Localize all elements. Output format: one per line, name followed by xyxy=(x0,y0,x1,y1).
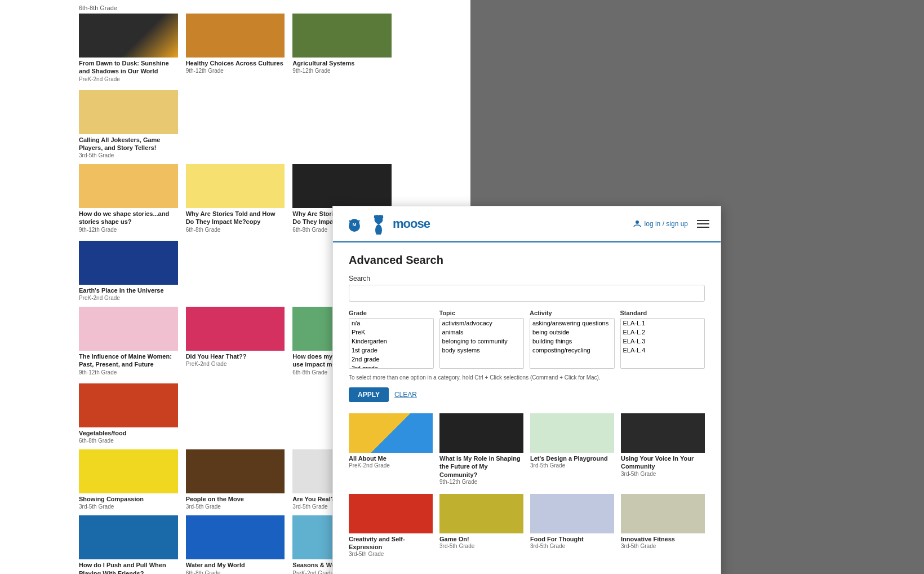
item-grade: 9th-12th Grade xyxy=(79,227,178,233)
advanced-search-title: Advanced Search xyxy=(349,254,705,267)
result-title: Food For Thought xyxy=(530,535,614,543)
moose-logo-icon: M xyxy=(344,214,365,234)
grid-item[interactable]: People on the Move 3rd-5th Grade xyxy=(186,449,285,510)
thumbnail xyxy=(186,449,285,493)
grid-item[interactable]: Healthy Choices Across Cultures 9th-12th… xyxy=(186,14,285,82)
grade-option-prek: PreK xyxy=(349,328,433,337)
apply-button[interactable]: APPLY xyxy=(349,387,389,402)
search-input[interactable] xyxy=(349,285,705,302)
hamburger-menu-icon[interactable] xyxy=(697,220,709,228)
grid-row-1: From Dawn to Dusk: Sunshine and Shadows … xyxy=(79,14,392,158)
standard-filter: Standard ELA-L.1 ELA-L.2 ELA-L.3 ELA-L.4 xyxy=(620,310,705,369)
standard-option-4: ELA-L.4 xyxy=(621,346,705,355)
item-grade: PreK-2nd Grade xyxy=(79,76,178,82)
search-label: Search xyxy=(349,275,705,282)
right-panel: M moose log in / sign up xyxy=(332,206,721,574)
thumbnail xyxy=(186,307,285,351)
item-title: Earth's Place in the Universe xyxy=(79,286,178,294)
item-grade: PreK-2nd Grade xyxy=(79,295,178,301)
grade-select[interactable]: n/a PreK Kindergarten 1st grade 2nd grad… xyxy=(349,318,434,369)
result-item[interactable]: Using Your Voice In Your Community 3rd-5… xyxy=(621,413,705,485)
btn-row: APPLY CLEAR xyxy=(349,387,705,402)
result-thumbnail xyxy=(530,413,614,453)
thumbnail xyxy=(79,14,178,58)
result-title: Game On! xyxy=(439,535,523,543)
header-right: log in / sign up xyxy=(633,219,709,228)
result-title: Using Your Voice In Your Community xyxy=(621,454,705,471)
result-grade: 3rd-5th Grade xyxy=(349,551,433,557)
activity-option-2: being outside xyxy=(530,328,614,337)
grade-option-3: 3rd grade xyxy=(349,364,433,369)
grid-item[interactable]: From Dawn to Dusk: Sunshine and Shadows … xyxy=(79,14,178,82)
result-thumbnail xyxy=(621,413,705,453)
grid-item[interactable]: How do we shape stories...and stories sh… xyxy=(79,164,178,233)
grade-option-na: n/a xyxy=(349,319,433,328)
results-grid-1: All About Me PreK-2nd Grade What is My R… xyxy=(349,413,705,485)
result-item[interactable]: Let's Design a Playground 3rd-5th Grade xyxy=(530,413,614,485)
result-grade: 9th-12th Grade xyxy=(439,479,523,485)
result-item[interactable]: Innovative Fitness 3rd-5th Grade xyxy=(621,494,705,558)
result-item[interactable]: What is My Role in Shaping the Future of… xyxy=(439,413,523,485)
topic-filter: Topic activism/advocacy animals belongin… xyxy=(439,310,525,369)
item-title: How do we shape stories...and stories sh… xyxy=(79,210,178,226)
standard-select[interactable]: ELA-L.1 ELA-L.2 ELA-L.3 ELA-L.4 xyxy=(620,318,705,369)
item-grade: 3rd-5th Grade xyxy=(186,504,285,510)
result-title: Creativity and Self-Expression xyxy=(349,535,433,551)
item-grade: 6th-8th Grade xyxy=(79,438,178,444)
result-item[interactable]: Food For Thought 3rd-5th Grade xyxy=(530,494,614,558)
result-title: Innovative Fitness xyxy=(621,535,705,543)
svg-point-5 xyxy=(636,220,639,224)
standard-option-2: ELA-L.2 xyxy=(621,328,705,337)
activity-label: Activity xyxy=(530,310,615,316)
grade-label: Grade xyxy=(349,310,434,316)
grade-filter: Grade n/a PreK Kindergarten 1st grade 2n… xyxy=(349,310,434,369)
thumbnail xyxy=(186,164,285,208)
result-item[interactable]: Creativity and Self-Expression 3rd-5th G… xyxy=(349,494,433,558)
topic-option-2: animals xyxy=(440,328,524,337)
item-title: Showing Compassion xyxy=(79,495,178,503)
clear-button[interactable]: CLEAR xyxy=(394,387,417,402)
grid-item[interactable]: Calling All Jokesters, Game Players, and… xyxy=(79,90,178,159)
item-grade: 9th-12th Grade xyxy=(79,369,178,376)
item-title: How do I Push and Pull When Playing With… xyxy=(79,561,178,574)
result-thumbnail xyxy=(349,494,433,533)
result-thumbnail xyxy=(439,413,523,453)
grid-item[interactable]: Earth's Place in the Universe PreK-2nd G… xyxy=(79,241,178,301)
helper-text: To select more than one option in a cate… xyxy=(349,374,705,381)
result-grade: 3rd-5th Grade xyxy=(621,543,705,549)
item-title: People on the Move xyxy=(186,495,285,503)
person-icon xyxy=(633,219,642,228)
grid-item[interactable]: Vegetables/food 6th-8th Grade xyxy=(79,383,178,444)
thumbnail xyxy=(79,164,178,208)
result-thumbnail xyxy=(621,494,705,533)
grid-item[interactable]: Did You Hear That?? PreK-2nd Grade xyxy=(186,307,285,376)
item-title: Did You Hear That?? xyxy=(186,352,285,360)
grid-item[interactable]: Why Are Stories Told and How Do They Imp… xyxy=(186,164,285,233)
login-button[interactable]: log in / sign up xyxy=(633,219,688,228)
grid-item[interactable]: Showing Compassion 3rd-5th Grade xyxy=(79,449,178,510)
result-thumbnail xyxy=(439,494,523,533)
grid-item[interactable]: The Influence of Maine Women: Past, Pres… xyxy=(79,307,178,376)
item-title: Why Are Stories Told and How Do They Imp… xyxy=(186,210,285,226)
result-item[interactable]: Game On! 3rd-5th Grade xyxy=(439,494,523,558)
item-title: From Dawn to Dusk: Sunshine and Shadows … xyxy=(79,59,178,76)
standard-option-1: ELA-L.1 xyxy=(621,319,705,328)
item-grade: 6th-8th Grade xyxy=(186,570,285,574)
result-item[interactable]: All About Me PreK-2nd Grade xyxy=(349,413,433,485)
grid-item[interactable]: Water and My World 6th-8th Grade xyxy=(186,515,285,574)
adv-search-content: Advanced Search Search Grade n/a PreK Ki… xyxy=(333,242,721,574)
item-title: Agricultural Systems xyxy=(292,59,392,67)
grid-item[interactable]: How do I Push and Pull When Playing With… xyxy=(79,515,178,574)
result-grade: 3rd-5th Grade xyxy=(530,462,614,469)
item-grade: 9th-12th Grade xyxy=(186,68,285,74)
grid-item[interactable]: Agricultural Systems 9th-12th Grade xyxy=(292,14,392,82)
item-grade: 9th-12th Grade xyxy=(292,68,392,74)
thumbnail xyxy=(292,164,392,208)
results-grid-2: Creativity and Self-Expression 3rd-5th G… xyxy=(349,494,705,558)
topic-select[interactable]: activism/advocacy animals belonging to c… xyxy=(439,318,525,369)
thumbnail xyxy=(292,14,392,58)
item-title: Vegetables/food xyxy=(79,429,178,437)
topic-option-4: body systems xyxy=(440,346,524,355)
activity-select[interactable]: asking/answering questions being outside… xyxy=(530,318,615,369)
logo-text: moose xyxy=(393,217,430,231)
